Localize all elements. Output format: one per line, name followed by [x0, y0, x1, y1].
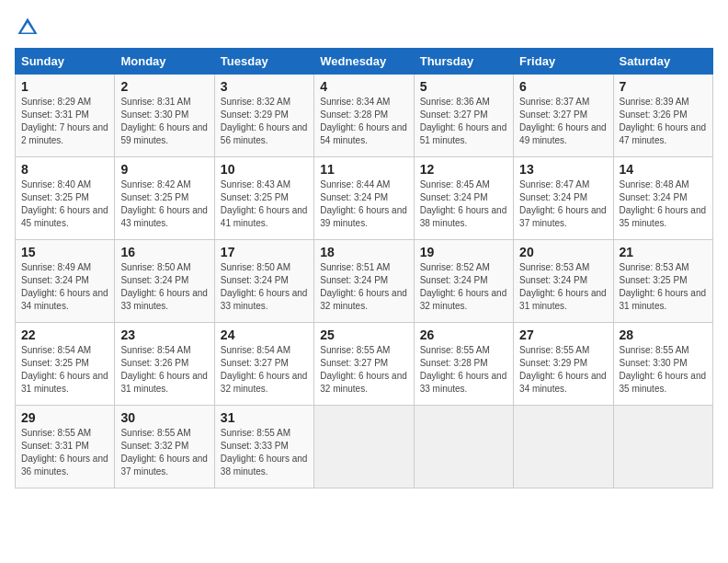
header-day-thursday: Thursday	[414, 49, 513, 75]
day-info: Sunrise: 8:40 AMSunset: 3:25 PMDaylight:…	[21, 178, 108, 230]
day-info: Sunrise: 8:43 AMSunset: 3:25 PMDaylight:…	[221, 178, 308, 230]
day-cell: 21 Sunrise: 8:53 AMSunset: 3:25 PMDaylig…	[613, 240, 712, 323]
day-info: Sunrise: 8:50 AMSunset: 3:24 PMDaylight:…	[221, 261, 308, 313]
day-info: Sunrise: 8:32 AMSunset: 3:29 PMDaylight:…	[221, 96, 308, 147]
week-row-2: 8 Sunrise: 8:40 AMSunset: 3:25 PMDayligh…	[16, 157, 713, 240]
day-info: Sunrise: 8:52 AMSunset: 3:24 PMDaylight:…	[420, 261, 507, 313]
day-cell	[314, 406, 414, 488]
day-info: Sunrise: 8:53 AMSunset: 3:24 PMDaylight:…	[519, 261, 607, 313]
day-number: 1	[21, 79, 108, 94]
day-number: 12	[420, 162, 507, 177]
day-cell: 12 Sunrise: 8:45 AMSunset: 3:24 PMDaylig…	[414, 157, 513, 240]
calendar-header: SundayMondayTuesdayWednesdayThursdayFrid…	[16, 49, 713, 75]
day-cell: 6 Sunrise: 8:37 AMSunset: 3:27 PMDayligh…	[514, 75, 613, 157]
day-cell: 27 Sunrise: 8:55 AMSunset: 3:29 PMDaylig…	[514, 323, 613, 406]
day-info: Sunrise: 8:55 AMSunset: 3:27 PMDaylight:…	[320, 344, 407, 396]
day-cell: 8 Sunrise: 8:40 AMSunset: 3:25 PMDayligh…	[16, 157, 115, 240]
day-cell: 15 Sunrise: 8:49 AMSunset: 3:24 PMDaylig…	[16, 240, 115, 323]
day-number: 27	[519, 327, 607, 342]
week-row-3: 15 Sunrise: 8:49 AMSunset: 3:24 PMDaylig…	[16, 240, 713, 323]
day-info: Sunrise: 8:29 AMSunset: 3:31 PMDaylight:…	[21, 96, 108, 147]
day-cell: 23 Sunrise: 8:54 AMSunset: 3:26 PMDaylig…	[115, 323, 214, 406]
day-cell	[613, 406, 712, 488]
day-number: 21	[620, 245, 707, 259]
logo	[15, 15, 44, 40]
day-cell: 30 Sunrise: 8:55 AMSunset: 3:32 PMDaylig…	[115, 406, 214, 488]
day-number: 22	[21, 327, 108, 342]
day-cell: 17 Sunrise: 8:50 AMSunset: 3:24 PMDaylig…	[214, 240, 313, 323]
day-number: 15	[21, 245, 108, 259]
day-number: 26	[420, 327, 507, 342]
calendar: SundayMondayTuesdayWednesdayThursdayFrid…	[15, 48, 713, 488]
day-number: 25	[320, 327, 407, 342]
day-cell: 31 Sunrise: 8:55 AMSunset: 3:33 PMDaylig…	[214, 406, 313, 488]
day-info: Sunrise: 8:48 AMSunset: 3:24 PMDaylight:…	[620, 178, 707, 230]
day-number: 20	[519, 245, 607, 259]
day-cell	[414, 406, 513, 488]
day-info: Sunrise: 8:37 AMSunset: 3:27 PMDaylight:…	[519, 96, 607, 147]
day-number: 31	[221, 410, 308, 425]
header-day-sunday: Sunday	[16, 49, 115, 75]
day-info: Sunrise: 8:44 AMSunset: 3:24 PMDaylight:…	[320, 178, 407, 230]
day-info: Sunrise: 8:55 AMSunset: 3:29 PMDaylight:…	[519, 344, 607, 396]
day-number: 4	[320, 79, 407, 94]
day-cell: 7 Sunrise: 8:39 AMSunset: 3:26 PMDayligh…	[613, 75, 712, 157]
day-number: 17	[221, 245, 308, 259]
day-info: Sunrise: 8:55 AMSunset: 3:33 PMDaylight:…	[221, 427, 308, 478]
day-cell: 10 Sunrise: 8:43 AMSunset: 3:25 PMDaylig…	[214, 157, 313, 240]
logo-icon	[15, 15, 40, 40]
day-number: 30	[120, 410, 208, 425]
day-info: Sunrise: 8:31 AMSunset: 3:30 PMDaylight:…	[120, 96, 208, 147]
day-cell: 28 Sunrise: 8:55 AMSunset: 3:30 PMDaylig…	[613, 323, 712, 406]
day-info: Sunrise: 8:53 AMSunset: 3:25 PMDaylight:…	[620, 261, 707, 313]
day-info: Sunrise: 8:55 AMSunset: 3:30 PMDaylight:…	[620, 344, 707, 396]
day-number: 5	[420, 79, 507, 94]
header-day-monday: Monday	[115, 49, 214, 75]
day-cell: 29 Sunrise: 8:55 AMSunset: 3:31 PMDaylig…	[16, 406, 115, 488]
header-day-wednesday: Wednesday	[314, 49, 414, 75]
day-cell: 5 Sunrise: 8:36 AMSunset: 3:27 PMDayligh…	[414, 75, 513, 157]
day-cell: 14 Sunrise: 8:48 AMSunset: 3:24 PMDaylig…	[613, 157, 712, 240]
day-cell: 24 Sunrise: 8:54 AMSunset: 3:27 PMDaylig…	[214, 323, 313, 406]
day-cell: 2 Sunrise: 8:31 AMSunset: 3:30 PMDayligh…	[115, 75, 214, 157]
day-info: Sunrise: 8:54 AMSunset: 3:25 PMDaylight:…	[21, 344, 108, 396]
day-cell: 26 Sunrise: 8:55 AMSunset: 3:28 PMDaylig…	[414, 323, 513, 406]
calendar-body: 1 Sunrise: 8:29 AMSunset: 3:31 PMDayligh…	[16, 75, 713, 488]
day-number: 29	[21, 410, 108, 425]
day-number: 7	[620, 79, 707, 94]
day-cell: 20 Sunrise: 8:53 AMSunset: 3:24 PMDaylig…	[514, 240, 613, 323]
day-number: 6	[519, 79, 607, 94]
day-number: 19	[420, 245, 507, 259]
day-number: 23	[120, 327, 208, 342]
day-cell: 22 Sunrise: 8:54 AMSunset: 3:25 PMDaylig…	[16, 323, 115, 406]
day-cell: 25 Sunrise: 8:55 AMSunset: 3:27 PMDaylig…	[314, 323, 414, 406]
day-info: Sunrise: 8:55 AMSunset: 3:28 PMDaylight:…	[420, 344, 507, 396]
header-day-friday: Friday	[514, 49, 613, 75]
day-cell: 3 Sunrise: 8:32 AMSunset: 3:29 PMDayligh…	[214, 75, 313, 157]
day-number: 10	[221, 162, 308, 177]
day-number: 13	[519, 162, 607, 177]
day-cell: 16 Sunrise: 8:50 AMSunset: 3:24 PMDaylig…	[115, 240, 214, 323]
day-cell: 13 Sunrise: 8:47 AMSunset: 3:24 PMDaylig…	[514, 157, 613, 240]
day-number: 2	[120, 79, 208, 94]
day-cell: 11 Sunrise: 8:44 AMSunset: 3:24 PMDaylig…	[314, 157, 414, 240]
day-number: 3	[221, 79, 308, 94]
day-cell: 9 Sunrise: 8:42 AMSunset: 3:25 PMDayligh…	[115, 157, 214, 240]
day-cell: 18 Sunrise: 8:51 AMSunset: 3:24 PMDaylig…	[314, 240, 414, 323]
day-info: Sunrise: 8:47 AMSunset: 3:24 PMDaylight:…	[519, 178, 607, 230]
day-info: Sunrise: 8:55 AMSunset: 3:31 PMDaylight:…	[21, 427, 108, 478]
day-number: 16	[120, 245, 208, 259]
day-cell: 19 Sunrise: 8:52 AMSunset: 3:24 PMDaylig…	[414, 240, 513, 323]
day-number: 9	[120, 162, 208, 177]
day-number: 24	[221, 327, 308, 342]
day-cell	[514, 406, 613, 488]
day-number: 14	[620, 162, 707, 177]
day-info: Sunrise: 8:49 AMSunset: 3:24 PMDaylight:…	[21, 261, 108, 313]
day-cell: 4 Sunrise: 8:34 AMSunset: 3:28 PMDayligh…	[314, 75, 414, 157]
week-row-4: 22 Sunrise: 8:54 AMSunset: 3:25 PMDaylig…	[16, 323, 713, 406]
day-cell: 1 Sunrise: 8:29 AMSunset: 3:31 PMDayligh…	[16, 75, 115, 157]
day-info: Sunrise: 8:54 AMSunset: 3:26 PMDaylight:…	[120, 344, 208, 396]
day-info: Sunrise: 8:45 AMSunset: 3:24 PMDaylight:…	[420, 178, 507, 230]
day-info: Sunrise: 8:34 AMSunset: 3:28 PMDaylight:…	[320, 96, 407, 147]
week-row-1: 1 Sunrise: 8:29 AMSunset: 3:31 PMDayligh…	[16, 75, 713, 157]
